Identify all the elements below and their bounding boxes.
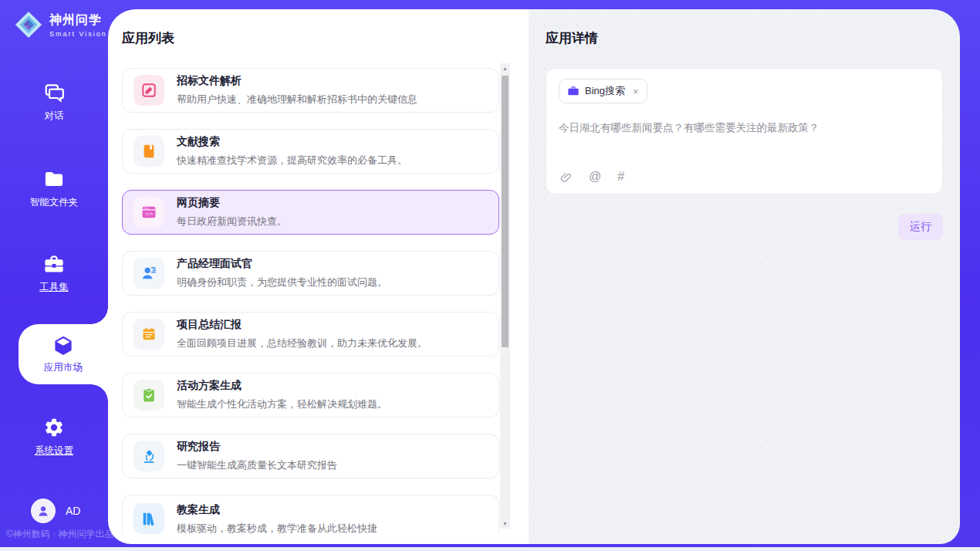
app-card-title: 项目总结汇报 [177, 318, 427, 332]
user-name: AD [66, 505, 80, 517]
app-card-event-plan[interactable]: 活动方案生成 智能生成个性化活动方案，轻松解决规划难题。 [122, 373, 499, 417]
app-card-desc: 明确身份和职责，为您提供专业性的面试问题。 [177, 276, 387, 289]
chat-icon [43, 82, 65, 103]
app-card-desc: 每日政府新闻资讯快查。 [177, 215, 287, 228]
browser-code-icon: </> [133, 197, 164, 228]
brand-subtitle: Smart Vision [49, 30, 107, 38]
app-card-lesson-plan[interactable]: 教案生成 模板驱动，教案秒成，教学准备从此轻松快捷 [122, 495, 499, 533]
sidebar-footer: ©神州数码 · 神州问学出品 [6, 528, 114, 541]
user-account[interactable]: AD [31, 499, 80, 523]
sidebar-item-label: 应用市场 [44, 361, 83, 374]
list-scrollbar[interactable]: ▲ ▼ [500, 63, 510, 529]
book-icon [133, 136, 164, 167]
app-card-research-report[interactable]: 研究报告 一键智能生成高质量长文本研究报告 [122, 434, 499, 478]
hash-icon[interactable]: # [617, 170, 624, 184]
sidebar-item-smart-folder[interactable]: 智能文件夹 [0, 168, 108, 209]
app-card-desc: 帮助用户快速、准确地理解和解析招标书中的关键信息 [177, 93, 417, 106]
app-card-web-summary[interactable]: </> 网页摘要 每日政府新闻资讯快查。 [122, 190, 499, 235]
prompt-card[interactable]: Bing搜索 × 今日湖北有哪些新闻要点？有哪些需要关注的最新政策？ @ # [546, 68, 943, 194]
interviewer-icon [133, 258, 164, 289]
scroll-up-icon[interactable]: ▲ [500, 66, 510, 71]
app-detail-panel: 应用详情 Bing搜索 × 今日湖北有哪些新闻要点？有哪些需要关注的最新政策？ … [529, 9, 960, 544]
app-list-title: 应用列表 [122, 29, 529, 47]
folder-icon [43, 168, 65, 190]
cube-icon [52, 335, 74, 357]
attachment-toolbar: @ # [559, 170, 624, 184]
run-button[interactable]: 运行 [898, 214, 943, 240]
gear-icon [43, 417, 65, 438]
brand-logo: 神州问学 Smart Vision [14, 10, 107, 39]
at-icon[interactable]: @ [589, 170, 601, 184]
app-card-title: 文献搜索 [177, 135, 407, 149]
edit-square-icon [133, 75, 164, 106]
app-card-title: 招标文件解析 [177, 74, 417, 88]
paperclip-icon[interactable] [559, 171, 573, 184]
sidebar-item-label: 对话 [45, 110, 64, 123]
clipboard-check-icon [133, 380, 164, 411]
app-card-desc: 快速精准查找学术资源，提高研究效率的必备工具。 [177, 154, 407, 167]
toolbox-icon [43, 253, 65, 275]
microscope-icon [133, 441, 164, 472]
app-card-title: 教案生成 [177, 503, 377, 517]
sidebar-item-app-market[interactable]: 应用市场 [19, 324, 108, 384]
diamond-logo-icon [14, 10, 43, 39]
content-area: 应用列表 招标文件解析 帮助用户快速、准确地理解和解析招标书中的关键信息 [108, 9, 960, 544]
sidebar-item-label: 工具集 [39, 281, 69, 294]
app-card-title: 网页摘要 [177, 196, 287, 210]
person-icon [36, 504, 50, 518]
app-card-title: 活动方案生成 [177, 379, 387, 393]
books-icon [133, 503, 164, 534]
app-window: 神州问学 Smart Vision 对话 智能文件夹 工具集 [0, 0, 980, 551]
scrollbar-thumb[interactable] [502, 76, 509, 347]
briefcase-icon [567, 85, 580, 97]
sidebar: 神州问学 Smart Vision 对话 智能文件夹 工具集 [0, 0, 108, 551]
query-input-text[interactable]: 今日湖北有哪些新闻要点？有哪些需要关注的最新政策？ [559, 121, 930, 135]
calendar-icon [133, 319, 164, 350]
chip-close-icon[interactable]: × [633, 86, 639, 96]
app-card-project-summary[interactable]: 项目总结汇报 全面回顾项目进展，总结经验教训，助力未来优化发展。 [122, 312, 499, 357]
app-card-desc: 智能生成个性化活动方案，轻松解决规划难题。 [177, 397, 387, 411]
sidebar-item-label: 系统设置 [35, 445, 73, 458]
sidebar-item-label: 智能文件夹 [30, 196, 79, 209]
app-list-panel: 应用列表 招标文件解析 帮助用户快速、准确地理解和解析招标书中的关键信息 [108, 9, 529, 544]
app-card-desc: 模板驱动，教案秒成，教学准备从此轻松快捷 [177, 522, 377, 536]
app-card-pm-interviewer[interactable]: 产品经理面试官 明确身份和职责，为您提供专业性的面试问题。 [122, 251, 499, 296]
app-card-list: 招标文件解析 帮助用户快速、准确地理解和解析招标书中的关键信息 文献搜索 快速精… [122, 68, 499, 533]
scroll-down-icon[interactable]: ▼ [500, 521, 510, 526]
app-card-title: 产品经理面试官 [177, 257, 387, 271]
app-card-desc: 全面回顾项目进展，总结经验教训，助力未来优化发展。 [177, 336, 427, 350]
app-card-title: 研究报告 [177, 440, 337, 454]
brand-name: 神州问学 [49, 12, 107, 29]
tool-chip-bing-search[interactable]: Bing搜索 × [559, 79, 647, 103]
avatar [31, 499, 56, 523]
sidebar-item-chat[interactable]: 对话 [0, 82, 108, 123]
tool-chip-label: Bing搜索 [585, 84, 625, 98]
svg-text:</>: </> [145, 211, 154, 216]
app-card-literature-search[interactable]: 文献搜索 快速精准查找学术资源，提高研究效率的必备工具。 [122, 129, 499, 174]
app-card-bid-parse[interactable]: 招标文件解析 帮助用户快速、准确地理解和解析招标书中的关键信息 [122, 68, 499, 113]
sidebar-item-toolset[interactable]: 工具集 [0, 253, 108, 294]
app-detail-title: 应用详情 [546, 29, 943, 47]
sidebar-item-settings[interactable]: 系统设置 [0, 417, 108, 458]
app-card-desc: 一键智能生成高质量长文本研究报告 [177, 458, 337, 472]
